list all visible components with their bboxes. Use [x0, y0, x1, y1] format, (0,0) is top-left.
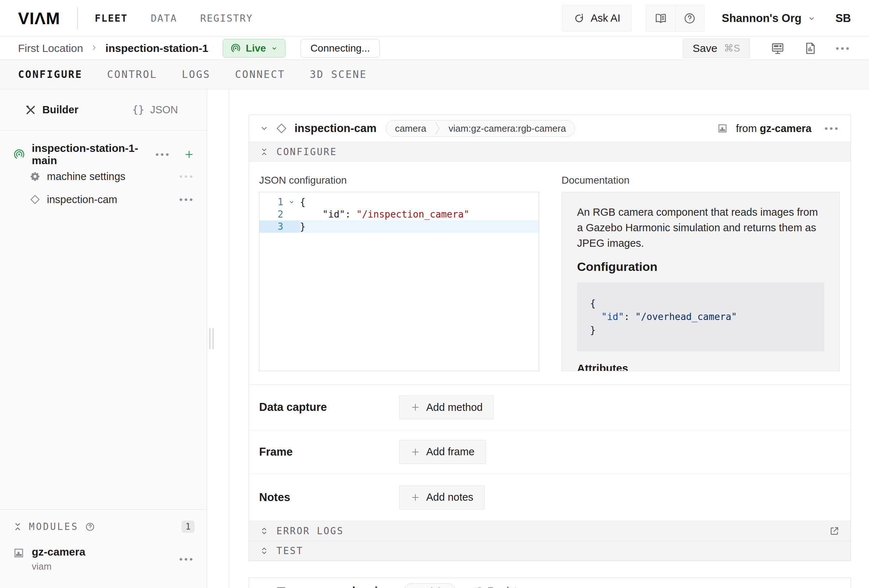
component-card-header: inspection-cam camera viam:gz-camera:rgb…: [249, 115, 851, 142]
diamond-icon: [30, 194, 40, 205]
breadcrumb-location[interactable]: First Location: [18, 42, 83, 55]
live-status-dropdown[interactable]: Live: [222, 39, 285, 58]
config-sidebar: Builder {} JSON inspection: [0, 89, 207, 588]
frame-label: Frame: [259, 446, 399, 459]
add-frame-button[interactable]: Add frame: [399, 440, 486, 464]
tab-configure[interactable]: CONFIGURE: [18, 68, 83, 80]
module-card-menu-icon[interactable]: [825, 587, 840, 588]
top-nav-right: Ask AI: [562, 5, 851, 32]
org-switcher[interactable]: Shannon's Org: [722, 12, 816, 25]
docs-button[interactable]: [647, 5, 675, 31]
more-options-icon[interactable]: [836, 44, 851, 53]
viam-app: VIΛM FLEET DATA REGISTRY Ask AI: [0, 0, 869, 588]
tab-3d-scene[interactable]: 3D SCENE: [310, 68, 367, 80]
tab-control[interactable]: CONTROL: [107, 68, 157, 80]
builder-mode-button[interactable]: Builder: [0, 89, 104, 130]
add-method-button[interactable]: Add method: [399, 395, 494, 419]
file-chart-icon[interactable]: [803, 41, 817, 55]
module-card-title: gz-camera by viam: [294, 585, 394, 588]
machine-tabs: CONFIGURE CONTROL LOGS CONNECT 3D SCENE: [0, 60, 869, 89]
configure-section-title: CONFIGURE: [276, 147, 337, 157]
nav-item-registry[interactable]: REGISTRY: [200, 13, 253, 24]
error-logs-expand-icon: [260, 527, 268, 535]
data-capture-label: Data capture: [259, 401, 399, 414]
tree-item-machine-settings[interactable]: machine settings: [13, 166, 194, 187]
test-expand-icon: [260, 547, 268, 555]
ask-ai-button[interactable]: Ask AI: [562, 5, 632, 31]
component-type-pill: camera viam:gz-camera:rgb-camera: [386, 120, 575, 137]
module-menu-icon[interactable]: [179, 554, 194, 564]
tab-connect[interactable]: CONNECT: [235, 68, 285, 80]
module-list-item-gz-camera[interactable]: gz-camera viam: [13, 546, 194, 572]
sidebar-gutter: [207, 89, 229, 588]
error-logs-bar[interactable]: ERROR LOGS: [249, 521, 851, 541]
connecting-button[interactable]: Connecting...: [301, 39, 380, 58]
chevron-down-icon: [807, 14, 816, 23]
primary-nav: FLEET DATA REGISTRY: [95, 13, 253, 24]
modules-header: MODULES 1: [13, 521, 194, 533]
documentation-label: Documentation: [562, 175, 840, 186]
builder-tools-icon: [25, 104, 36, 116]
error-logs-external-link-icon[interactable]: [829, 526, 840, 536]
add-notes-label: Add notes: [426, 491, 473, 503]
add-component-icon[interactable]: [184, 149, 194, 160]
test-title: TEST: [276, 545, 304, 556]
machine-name: inspection-station-1: [105, 42, 208, 55]
component-menu-icon[interactable]: [825, 124, 840, 133]
doc-configuration-heading: Configuration: [577, 260, 824, 274]
configure-section-bar[interactable]: CONFIGURE: [249, 142, 851, 161]
tree-root-menu-icon[interactable]: [156, 150, 171, 159]
modules-help-icon[interactable]: [85, 522, 95, 532]
nav-item-fleet[interactable]: FLEET: [95, 13, 128, 24]
builder-json-toggle: Builder {} JSON: [0, 89, 207, 130]
json-mode-button[interactable]: {} JSON: [104, 89, 207, 130]
registry-link[interactable]: Registry: [472, 585, 526, 588]
from-module-text: from gz-camera: [736, 123, 812, 135]
module-name: gz-camera: [32, 546, 85, 558]
error-logs-title: ERROR LOGS: [276, 526, 344, 536]
machine-bar-actions: Save ⌘S: [683, 39, 851, 58]
tab-logs[interactable]: LOGS: [182, 68, 211, 80]
help-icon: [684, 12, 696, 25]
tree-item-inspection-cam[interactable]: inspection-cam: [13, 189, 194, 210]
module-icon: [13, 547, 25, 572]
json-config-editor[interactable]: 1 { 2 "id": "/inspection_camera": [259, 192, 539, 371]
fold-chevron-icon[interactable]: [283, 196, 300, 208]
editor-line-1: 1 {: [260, 196, 539, 208]
braces-icon: {}: [132, 104, 144, 116]
component-card-inspection-cam: inspection-cam camera viam:gz-camera:rgb…: [249, 115, 851, 561]
doc-attributes-heading: Attributes: [577, 362, 824, 371]
modules-section: MODULES 1: [0, 510, 207, 588]
inspection-cam-label: inspection-cam: [47, 194, 117, 206]
inspection-cam-menu-icon[interactable]: [179, 195, 194, 204]
monitor-icon[interactable]: [771, 41, 784, 55]
viam-logo[interactable]: VIΛM: [18, 9, 60, 28]
documentation-panel[interactable]: An RGB camera component that reads image…: [562, 192, 840, 371]
nav-item-data[interactable]: DATA: [151, 13, 177, 24]
org-name: Shannon's Org: [722, 12, 802, 25]
card-collapse-chevron-icon[interactable]: [260, 124, 268, 133]
ask-ai-icon: [574, 13, 585, 24]
module-tag-pill: module: [404, 583, 455, 588]
editor-line-3: 3 }: [260, 221, 539, 233]
machine-settings-label: machine settings: [47, 170, 126, 182]
doc-description: An RGB camera component that reads image…: [577, 204, 824, 251]
add-frame-label: Add frame: [426, 446, 475, 458]
test-bar[interactable]: TEST: [249, 541, 851, 561]
help-button[interactable]: [675, 5, 704, 31]
book-icon: [655, 12, 667, 25]
save-button[interactable]: Save ⌘S: [683, 39, 750, 58]
breadcrumb-separator-icon: [90, 44, 98, 53]
add-notes-button[interactable]: Add notes: [399, 486, 485, 510]
data-capture-row: Data capture Add method: [249, 384, 851, 430]
top-nav: VIΛM FLEET DATA REGISTRY Ask AI: [0, 0, 869, 37]
sidebar-resize-handle[interactable]: [209, 328, 214, 349]
machine-bar-icons: [771, 41, 851, 55]
modules-title: MODULES: [29, 521, 79, 532]
machine-settings-menu-icon[interactable]: [179, 172, 194, 181]
user-avatar[interactable]: SB: [835, 12, 851, 25]
json-config-column: JSON configuration 1 {: [259, 175, 539, 371]
tree-root-main-part[interactable]: inspection-station-1-main: [13, 145, 194, 164]
collapse-icon[interactable]: [13, 522, 22, 531]
component-title: inspection-cam: [295, 122, 377, 135]
